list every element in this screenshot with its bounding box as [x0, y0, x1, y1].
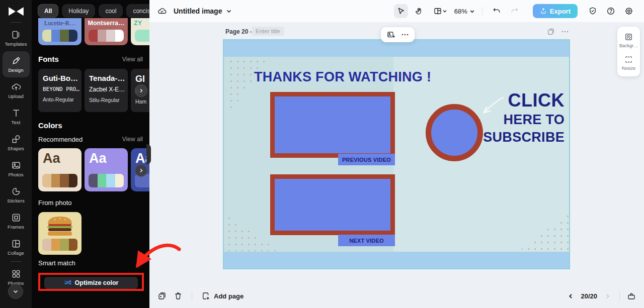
from-photo-label: From photo: [38, 199, 71, 207]
recommended-label: Recommended: [38, 136, 83, 143]
subscribe-line: HERE TO: [483, 113, 565, 127]
optimize-color-label: Optimize color: [75, 279, 119, 286]
pages-tray-icon[interactable]: [627, 291, 636, 300]
more-options-icon[interactable]: [401, 31, 409, 39]
swatch: [60, 30, 69, 42]
previous-video-frame[interactable]: [270, 92, 395, 158]
template-palette-card[interactable]: Lucette-R…: [38, 18, 82, 45]
sidebar-item-design[interactable]: Design: [3, 51, 30, 77]
help-button[interactable]: [604, 4, 618, 18]
undo-icon: [492, 7, 501, 16]
sidebar-item-templates[interactable]: Templates: [3, 25, 30, 51]
shield-check-icon: [588, 7, 597, 16]
template-palette-card[interactable]: Montserra…: [85, 18, 128, 45]
add-page-label: Add page: [214, 292, 244, 300]
layout-view-button[interactable]: [430, 4, 450, 18]
sidebar-item-label: Upload: [8, 93, 24, 99]
next-video-frame[interactable]: [270, 174, 395, 235]
template-palette-card[interactable]: ZY: [131, 18, 149, 45]
select-tool-button[interactable]: [394, 4, 408, 18]
resize-tool[interactable]: Resize: [622, 55, 636, 71]
design-icon: [11, 56, 21, 66]
chevron-down-icon[interactable]: [226, 8, 232, 14]
export-icon: [540, 8, 547, 15]
toolbar-divider: [482, 7, 482, 15]
color-theme-card[interactable]: Aa: [85, 148, 128, 191]
fonts-scroll-next-button[interactable]: [135, 84, 147, 97]
document-title[interactable]: Untitled image: [174, 7, 222, 15]
font-sample: BEYOND PRO…: [43, 86, 77, 92]
sidebar-item-label: Photos: [8, 172, 23, 177]
settings-button[interactable]: [622, 4, 636, 18]
duplicate-page-icon[interactable]: [157, 291, 167, 300]
font-card[interactable]: Guti-Bo… BEYOND PRO… Anto-Regular: [38, 69, 82, 112]
next-page-button[interactable]: [602, 291, 612, 301]
design-page[interactable]: THANKS FOR WATCHING ! PREVIOUS VIDEO NEX…: [223, 39, 570, 269]
optimize-color-button[interactable]: Optimize color: [44, 277, 138, 289]
filter-pill-cool[interactable]: cool: [99, 4, 123, 18]
rail-collapse-button[interactable]: [8, 284, 23, 299]
undo-button[interactable]: [490, 4, 504, 18]
color-theme-card[interactable]: Aa: [38, 148, 82, 191]
page-title-input[interactable]: Enter title: [252, 27, 284, 36]
bottombar-divider: [619, 291, 620, 300]
sidebar-item-text[interactable]: Text: [3, 104, 30, 130]
delete-page-icon[interactable]: [174, 291, 183, 300]
sidebar-item-photos[interactable]: Photos: [3, 156, 30, 182]
from-photo-card[interactable]: [38, 212, 82, 255]
background-tool-label: Backgr…: [619, 43, 638, 48]
font-name: Guti-Bo…: [43, 74, 77, 82]
fonts-view-all-link[interactable]: View all: [122, 56, 143, 63]
sidebar-item-label: Design: [8, 67, 23, 73]
next-video-badge[interactable]: NEXT VIDEO: [338, 235, 395, 246]
duplicate-page-icon[interactable]: [547, 28, 555, 36]
redo-button[interactable]: [508, 4, 522, 18]
swatch: [60, 174, 69, 187]
page-more-options-icon[interactable]: [561, 28, 569, 36]
subscribe-line: CLICK: [483, 91, 565, 110]
color-swatches: [42, 174, 77, 187]
filter-pill-concise[interactable]: concise: [126, 4, 149, 18]
hand-tool-button[interactable]: [412, 4, 426, 18]
add-page-button[interactable]: Add page: [201, 291, 244, 300]
sidebar-item-shapes[interactable]: Shapes: [3, 130, 30, 156]
colors-view-all-link[interactable]: View all: [122, 136, 143, 143]
resize-tool-label: Resize: [622, 66, 636, 71]
safety-badge-button[interactable]: [586, 4, 600, 18]
previous-page-button[interactable]: [566, 291, 576, 301]
sidebar-item-label: Text: [12, 120, 21, 125]
collage-icon: [11, 239, 21, 249]
export-button[interactable]: Export: [533, 4, 578, 18]
optimize-color-highlight-box: Optimize color: [38, 273, 144, 291]
sidebar-item-frames[interactable]: Frames: [3, 208, 30, 234]
subscribe-circle[interactable]: [426, 104, 483, 161]
filter-pills: All Holiday cool concise: [38, 4, 149, 18]
font-sample: Zacbel X-E…: [89, 86, 123, 93]
font-name: Tenada-…: [89, 74, 123, 82]
panel-collapse-handle[interactable]: [146, 144, 151, 164]
subscribe-text[interactable]: CLICK HERE TO SUBSCRIBE: [483, 91, 565, 144]
previous-video-badge[interactable]: PREVIOUS VIDEO: [338, 154, 395, 165]
sidebar-item-stickers[interactable]: Stickers: [3, 182, 30, 208]
font-card[interactable]: Tenada-… Zacbel X-E… Stilu-Regular: [85, 69, 128, 112]
color-swatches: [89, 174, 124, 187]
chevron-right-icon: [138, 88, 144, 93]
filter-pill-holiday[interactable]: Holiday: [62, 4, 95, 18]
swatch: [69, 174, 78, 187]
filter-pill-all[interactable]: All: [38, 4, 58, 18]
capcut-logo-icon[interactable]: [8, 5, 25, 18]
palette-swatches: [89, 30, 124, 42]
colors-scroll-next-button[interactable]: [135, 164, 147, 177]
sidebar-item-collage[interactable]: Collage: [3, 234, 30, 260]
headline-text[interactable]: THANKS FOR WATCHING !: [254, 69, 431, 85]
export-label: Export: [550, 8, 571, 15]
sidebar-item-label: Stickers: [7, 198, 25, 203]
add-image-icon[interactable]: [386, 30, 396, 40]
sidebar-item-label: Shapes: [8, 146, 24, 151]
background-tool[interactable]: Backgr…: [619, 33, 638, 48]
photo-swatches: [42, 239, 77, 251]
zoom-control[interactable]: 68%: [454, 8, 475, 15]
design-panel: All Holiday cool concise Lucette-R… Mont…: [32, 0, 149, 308]
page-actions: [547, 28, 569, 36]
sidebar-item-upload[interactable]: Upload: [3, 77, 30, 104]
